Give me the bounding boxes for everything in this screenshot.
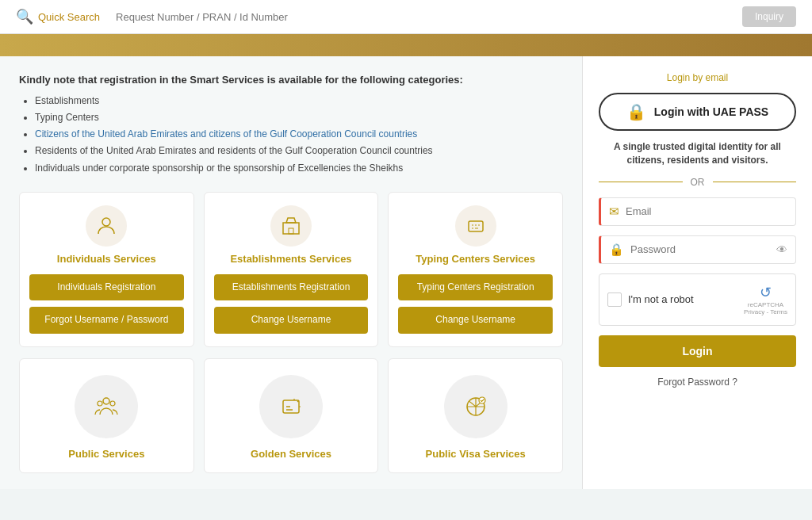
email-field-wrapper: ✉ [599, 197, 796, 226]
establishments-registration-button[interactable]: Establishments Registration [214, 274, 369, 301]
establishments-card-title: Establishments Services [230, 253, 351, 266]
typing-centers-change-username-button[interactable]: Change Username [398, 307, 553, 334]
establishments-card-buttons: Establishments Registration Change Usern… [214, 274, 369, 334]
individuals-card-title: Individuals Services [57, 253, 156, 266]
svg-point-9 [479, 397, 485, 403]
captcha-label: I'm not a robot [628, 293, 694, 305]
public-visa-services-title: Public Visa Services [426, 448, 526, 460]
login-panel: Login by email 🔒 Login with UAE PASS A s… [582, 56, 812, 489]
establishments-card-header: Establishments Services [230, 205, 351, 266]
typing-centers-card-header: Typing Centers Services [416, 205, 535, 266]
individuals-card-buttons: Individuals Registration Forgot Username… [29, 274, 184, 334]
public-visa-services-icon [444, 375, 508, 438]
or-label: OR [691, 177, 705, 188]
recaptcha-icon: ↺ [760, 284, 772, 301]
email-input[interactable] [626, 205, 787, 217]
establishments-change-username-button[interactable]: Change Username [214, 307, 369, 334]
svg-rect-7 [283, 400, 299, 413]
captcha-box: I'm not a robot ↺ reCAPTCHA Privacy - Te… [599, 273, 796, 326]
svg-point-5 [98, 401, 102, 406]
individuals-card-header: Individuals Services [57, 205, 156, 266]
captcha-left: I'm not a robot [607, 292, 694, 307]
svg-point-4 [103, 398, 109, 404]
uae-pass-button[interactable]: 🔒 Login with UAE PASS [599, 93, 796, 131]
typing-centers-card-title: Typing Centers Services [416, 253, 535, 266]
uae-pass-icon: 🔒 [626, 102, 646, 121]
top-search-bar: 🔍 Quick Search Inquiry [0, 0, 812, 34]
email-icon: ✉ [609, 205, 619, 219]
gold-banner [0, 34, 812, 56]
establishments-services-card: Establishments Services Establishments R… [204, 192, 379, 347]
public-services-icon [75, 375, 138, 438]
main-content: Kindly note that registration in the Sma… [0, 56, 812, 489]
notice-section: Kindly note that registration in the Sma… [19, 72, 563, 176]
forgot-username-button[interactable]: Forgot Username / Password [29, 307, 184, 334]
inquiry-button[interactable]: Inquiry [742, 6, 796, 27]
notice-item-5: Individuals under corporate sponsorship … [35, 161, 563, 176]
quick-search-label: 🔍 Quick Search [16, 8, 100, 25]
icon-cards-grid: Public Services Golden Services [19, 358, 563, 473]
establishments-icon [270, 205, 312, 247]
notice-list: Establishments Typing Centers Citizens o… [35, 94, 563, 176]
typing-centers-icon [455, 205, 496, 247]
or-divider: OR [599, 177, 796, 188]
typing-centers-registration-button[interactable]: Typing Centers Registration [398, 274, 553, 301]
individuals-registration-button[interactable]: Individuals Registration [29, 274, 184, 301]
recaptcha-privacy: Privacy - Terms [744, 308, 787, 315]
login-by-email-label: Login by email [599, 72, 796, 83]
public-services-title: Public Services [68, 448, 144, 460]
password-field-wrapper: 🔒 👁 [599, 235, 796, 264]
uae-pass-label: Login with UAE PASS [654, 105, 768, 118]
uae-pass-description: A single trusted digital identity for al… [599, 140, 796, 167]
captcha-checkbox[interactable] [607, 292, 622, 307]
password-input[interactable] [630, 243, 770, 255]
captcha-logo: ↺ reCAPTCHA Privacy - Terms [744, 284, 787, 315]
individuals-icon [86, 205, 127, 247]
svg-rect-3 [469, 221, 483, 231]
svg-rect-2 [289, 228, 293, 234]
notice-item-1: Establishments [35, 94, 563, 109]
individuals-services-card: Individuals Services Individuals Registr… [19, 192, 194, 347]
search-input[interactable] [109, 8, 733, 26]
lock-icon: 🔒 [609, 243, 624, 257]
notice-item-4: Residents of the United Arab Emirates an… [35, 143, 563, 159]
typing-centers-card-buttons: Typing Centers Registration Change Usern… [398, 274, 553, 334]
svg-point-6 [110, 401, 115, 406]
login-button[interactable]: Login [599, 335, 796, 367]
left-panel: Kindly note that registration in the Sma… [0, 56, 582, 489]
public-visa-services-card[interactable]: Public Visa Services [388, 358, 563, 473]
show-password-icon[interactable]: 👁 [776, 243, 787, 256]
recaptcha-label: reCAPTCHA [748, 301, 783, 308]
svg-point-0 [102, 218, 110, 226]
golden-services-title: Golden Services [251, 448, 331, 460]
typing-centers-services-card: Typing Centers Services Typing Centers R… [388, 192, 563, 347]
forgot-password-link[interactable]: Forgot Password ? [599, 377, 796, 388]
notice-item-2: Typing Centers [35, 110, 563, 125]
golden-services-card[interactable]: Golden Services [204, 358, 379, 473]
quick-search-text: Quick Search [38, 11, 100, 23]
notice-item-3: Citizens of the United Arab Emirates and… [35, 127, 563, 142]
service-cards-grid: Individuals Services Individuals Registr… [19, 192, 563, 347]
search-icon: 🔍 [16, 8, 33, 25]
public-services-card[interactable]: Public Services [19, 358, 194, 473]
golden-services-icon [259, 375, 323, 438]
notice-intro: Kindly note that registration in the Sma… [19, 74, 463, 86]
